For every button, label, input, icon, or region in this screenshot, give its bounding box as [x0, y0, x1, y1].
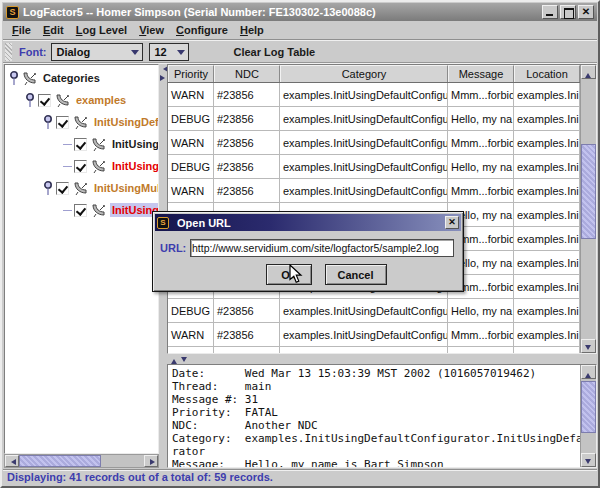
- column-header-location[interactable]: Location: [514, 65, 580, 82]
- category-tree: Categories examples InitUsingDefault: [4, 64, 159, 454]
- table-vertical-scrollbar[interactable]: [580, 65, 596, 353]
- tree-expand-handle-icon[interactable]: [9, 70, 20, 86]
- log-table-container: Priority NDC Category Message Location W…: [167, 64, 597, 354]
- tree-connector-line: [63, 210, 72, 211]
- cell-message: Hello, my na...: [448, 155, 514, 178]
- application-window: S LogFactor5 -- Homer Simpson (Serial Nu…: [0, 0, 600, 488]
- menu-log-level[interactable]: Log Level: [70, 22, 133, 38]
- table-row[interactable]: WARN#23856examples.InitUsingDefaultConfi…: [168, 323, 580, 347]
- table-row[interactable]: DEBUG#23856examples.InitUsingDefaultConf…: [168, 299, 580, 323]
- satellite-dish-icon: [73, 116, 88, 129]
- cell-category: examples.InitUsingDefaultConfigur...: [280, 83, 448, 106]
- scrollbar-track[interactable]: [19, 455, 144, 467]
- dialog-titlebar[interactable]: S Open URL: [155, 214, 461, 231]
- dialog-close-button[interactable]: [445, 216, 459, 229]
- tree-node-examples[interactable]: examples: [5, 89, 158, 111]
- cell-priority: WARN: [168, 323, 214, 346]
- tree-expand-handle-icon[interactable]: [43, 180, 54, 196]
- cell-message: Mmm...forbid...: [448, 323, 514, 346]
- table-row[interactable]: DEBUG#23856examples.InitUsingDefaultConf…: [168, 155, 580, 179]
- table-row[interactable]: WARN#23856examples.InitUsingDefaultConfi…: [168, 131, 580, 155]
- tree-node-initusingmultiple[interactable]: InitUsingMultipl: [5, 177, 158, 199]
- cell-location: examples.Ini...: [514, 203, 580, 226]
- cell-location: examples.Ini...: [514, 227, 580, 250]
- cell-ndc: #23856: [214, 83, 280, 106]
- scroll-left-button[interactable]: [5, 455, 19, 467]
- maximize-button[interactable]: [560, 5, 576, 19]
- table-row[interactable]: DEBUG#23856examples.InitUsingDefaultConf…: [168, 107, 580, 131]
- cell-location: examples.Ini...: [514, 155, 580, 178]
- checkbox-checked[interactable]: [56, 182, 69, 195]
- tree-node-label: InitUsingDef: [110, 137, 158, 151]
- tree-expand-handle-icon[interactable]: [25, 92, 36, 108]
- font-family-combobox[interactable]: Dialog: [51, 43, 143, 61]
- titlebar[interactable]: S LogFactor5 -- Homer Simpson (Serial Nu…: [3, 3, 597, 21]
- table-row[interactable]: WARN#23856examples.InitUsingDefaultConfi…: [168, 83, 580, 107]
- url-row: URL:: [160, 239, 454, 257]
- checkbox-checked[interactable]: [74, 204, 87, 217]
- tree-expand-handle-icon[interactable]: [43, 114, 54, 130]
- collapse-up-icon[interactable]: [171, 356, 177, 364]
- tree-node-child[interactable]: InitUsingDef: [5, 155, 158, 177]
- cell-category: examples.InitUsingDefaultConfigur...: [280, 107, 448, 130]
- url-label: URL:: [160, 242, 190, 254]
- tree-node-categories[interactable]: Categories: [5, 67, 158, 89]
- app-icon: S: [6, 6, 19, 19]
- cancel-button[interactable]: Cancel: [325, 264, 387, 285]
- menu-view[interactable]: View: [133, 22, 170, 38]
- dialog-title: Open URL: [177, 217, 445, 229]
- checkbox-checked[interactable]: [56, 116, 69, 129]
- column-header-priority[interactable]: Priority: [168, 65, 214, 82]
- tree-horizontal-scrollbar[interactable]: [4, 454, 159, 468]
- close-button[interactable]: [578, 5, 594, 19]
- satellite-dish-icon: [73, 182, 88, 195]
- tree-node-child[interactable]: InitUsingDef: [5, 133, 158, 155]
- scrollbar-thumb[interactable]: [581, 144, 596, 239]
- scroll-down-button[interactable]: [581, 453, 596, 467]
- column-header-ndc[interactable]: NDC: [214, 65, 280, 82]
- ok-button[interactable]: Ok: [266, 264, 312, 285]
- toolbar-drag-handle[interactable]: [5, 43, 12, 61]
- cell-location: examples.Ini...: [514, 347, 580, 353]
- tree-node-label: InitUsingMu: [110, 203, 158, 217]
- clear-log-table-button[interactable]: Clear Log Table: [233, 46, 315, 58]
- scrollbar-thumb[interactable]: [581, 381, 596, 433]
- cell-priority: DEBUG: [168, 347, 214, 353]
- scroll-down-button[interactable]: [581, 339, 596, 353]
- menu-help[interactable]: Help: [234, 22, 270, 38]
- minimize-button[interactable]: [542, 5, 558, 19]
- chevron-down-icon[interactable]: [127, 44, 142, 60]
- column-header-category[interactable]: Category: [280, 65, 448, 82]
- toolbar: Font: Dialog 12 Clear Log Table: [3, 41, 597, 63]
- checkbox-checked[interactable]: [74, 138, 87, 151]
- tree-node-child-selected[interactable]: InitUsingMu: [5, 199, 158, 221]
- url-input[interactable]: [190, 239, 454, 257]
- checkbox-checked[interactable]: [74, 160, 87, 173]
- cell-message: Mmm...forbid...: [448, 83, 514, 106]
- cell-category: examples.InitUsingDefaultConfigur...: [280, 155, 448, 178]
- chevron-down-icon[interactable]: [173, 44, 188, 60]
- detail-vertical-scrollbar[interactable]: [580, 365, 596, 467]
- checkbox-checked[interactable]: [38, 94, 51, 107]
- menu-configure[interactable]: Configure: [170, 22, 234, 38]
- tree-node-initusingdefault[interactable]: InitUsingDefault: [5, 111, 158, 133]
- table-row[interactable]: WARN#23856examples.InitUsingDefaultConfi…: [168, 179, 580, 203]
- menu-edit[interactable]: Edit: [37, 22, 70, 38]
- tree-node-label: InitUsingDefault: [92, 115, 158, 129]
- column-header-message[interactable]: Message: [448, 65, 514, 82]
- window-title: LogFactor5 -- Homer Simpson (Serial Numb…: [23, 6, 538, 18]
- status-text: Displaying: 41 records out of a total of…: [7, 471, 273, 483]
- cell-location: examples.Ini...: [514, 299, 580, 322]
- scroll-up-button[interactable]: [581, 365, 596, 379]
- font-size-combobox[interactable]: 12: [149, 43, 189, 61]
- table-row[interactable]: DEBUG#23856examples.InitUsingDefaultConf…: [168, 347, 580, 353]
- scroll-right-button[interactable]: [144, 455, 158, 467]
- cell-location: examples.Ini...: [514, 323, 580, 346]
- menu-file[interactable]: File: [6, 22, 37, 38]
- dialog-app-icon: S: [157, 217, 169, 229]
- scroll-up-button[interactable]: [581, 65, 596, 79]
- horizontal-split-divider[interactable]: [167, 355, 597, 363]
- table-header: Priority NDC Category Message Location: [168, 65, 580, 83]
- scrollbar-thumb[interactable]: [19, 455, 101, 467]
- cell-location: examples.Ini...: [514, 131, 580, 154]
